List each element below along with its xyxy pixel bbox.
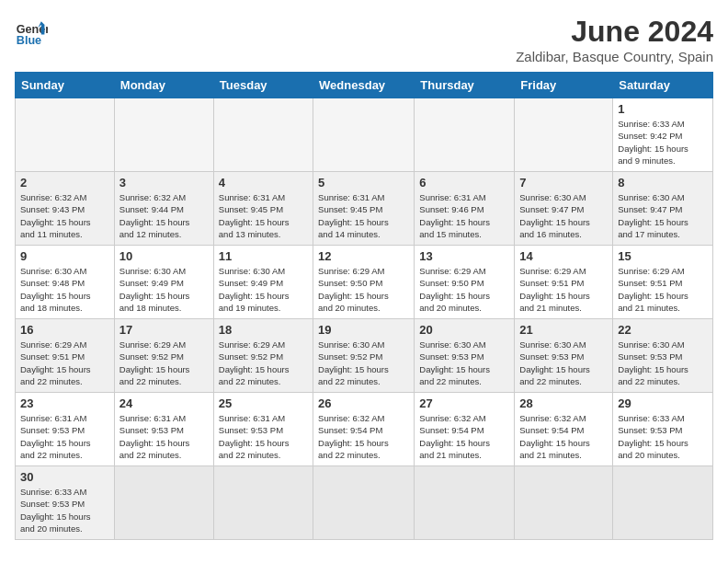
day-number: 8 — [618, 176, 708, 190]
day-number: 30 — [20, 470, 109, 484]
day-info: Sunrise: 6:33 AM Sunset: 9:53 PM Dayligh… — [20, 486, 109, 534]
calendar-cell — [313, 98, 415, 172]
day-info: Sunrise: 6:29 AM Sunset: 9:51 PM Dayligh… — [618, 265, 708, 314]
day-number: 17 — [119, 323, 209, 337]
calendar-cell: 13Sunrise: 6:29 AM Sunset: 9:50 PM Dayli… — [415, 246, 515, 319]
calendar-cell: 19Sunrise: 6:30 AM Sunset: 9:52 PM Dayli… — [313, 319, 415, 393]
day-number: 24 — [119, 396, 209, 410]
calendar-cell — [213, 466, 313, 540]
day-info: Sunrise: 6:32 AM Sunset: 9:54 PM Dayligh… — [318, 412, 409, 461]
day-info: Sunrise: 6:32 AM Sunset: 9:54 PM Dayligh… — [419, 412, 509, 461]
days-header-row: Sunday Monday Tuesday Wednesday Thursday… — [16, 73, 713, 98]
day-info: Sunrise: 6:32 AM Sunset: 9:44 PM Dayligh… — [119, 191, 209, 240]
day-info: Sunrise: 6:29 AM Sunset: 9:52 PM Dayligh… — [119, 339, 209, 387]
header-monday: Monday — [114, 73, 213, 98]
calendar-cell: 4Sunrise: 6:31 AM Sunset: 9:45 PM Daylig… — [213, 172, 313, 246]
week-row-4: 16Sunrise: 6:29 AM Sunset: 9:51 PM Dayli… — [16, 319, 713, 393]
calendar-cell — [16, 98, 115, 172]
day-number: 27 — [419, 396, 509, 410]
day-info: Sunrise: 6:30 AM Sunset: 9:49 PM Dayligh… — [119, 265, 209, 314]
calendar-cell — [114, 466, 213, 540]
calendar-cell: 16Sunrise: 6:29 AM Sunset: 9:51 PM Dayli… — [16, 319, 115, 393]
calendar-cell: 30Sunrise: 6:33 AM Sunset: 9:53 PM Dayli… — [16, 466, 115, 540]
calendar-cell — [415, 466, 515, 540]
day-number: 18 — [219, 323, 308, 337]
calendar-cell: 7Sunrise: 6:30 AM Sunset: 9:47 PM Daylig… — [515, 172, 613, 246]
day-number: 13 — [419, 249, 509, 263]
calendar-cell: 23Sunrise: 6:31 AM Sunset: 9:53 PM Dayli… — [16, 393, 115, 466]
day-info: Sunrise: 6:29 AM Sunset: 9:51 PM Dayligh… — [519, 265, 608, 314]
day-number: 25 — [219, 396, 308, 410]
title-area: June 2024 Zaldibar, Basque Country, Spai… — [516, 15, 713, 64]
logo: General Blue — [15, 15, 48, 48]
day-number: 20 — [419, 323, 509, 337]
calendar-cell — [613, 466, 713, 540]
day-info: Sunrise: 6:31 AM Sunset: 9:53 PM Dayligh… — [219, 412, 308, 461]
week-row-6: 30Sunrise: 6:33 AM Sunset: 9:53 PM Dayli… — [16, 466, 713, 540]
day-number: 10 — [119, 249, 209, 263]
header-tuesday: Tuesday — [213, 73, 313, 98]
calendar-cell: 10Sunrise: 6:30 AM Sunset: 9:49 PM Dayli… — [114, 246, 213, 319]
day-info: Sunrise: 6:31 AM Sunset: 9:53 PM Dayligh… — [119, 412, 209, 461]
calendar-cell: 26Sunrise: 6:32 AM Sunset: 9:54 PM Dayli… — [313, 393, 415, 466]
day-info: Sunrise: 6:29 AM Sunset: 9:51 PM Dayligh… — [20, 339, 109, 387]
calendar-cell: 22Sunrise: 6:30 AM Sunset: 9:53 PM Dayli… — [613, 319, 713, 393]
day-info: Sunrise: 6:33 AM Sunset: 9:53 PM Dayligh… — [618, 412, 708, 461]
calendar-cell — [515, 466, 613, 540]
calendar-cell — [515, 98, 613, 172]
day-info: Sunrise: 6:30 AM Sunset: 9:47 PM Dayligh… — [618, 191, 708, 240]
calendar-table: Sunday Monday Tuesday Wednesday Thursday… — [15, 72, 713, 540]
day-info: Sunrise: 6:30 AM Sunset: 9:48 PM Dayligh… — [20, 265, 109, 314]
calendar-cell: 28Sunrise: 6:32 AM Sunset: 9:54 PM Dayli… — [515, 393, 613, 466]
day-info: Sunrise: 6:31 AM Sunset: 9:45 PM Dayligh… — [318, 191, 409, 240]
logo-icon: General Blue — [15, 15, 48, 48]
week-row-5: 23Sunrise: 6:31 AM Sunset: 9:53 PM Dayli… — [16, 393, 713, 466]
day-info: Sunrise: 6:31 AM Sunset: 9:45 PM Dayligh… — [219, 191, 308, 240]
header-thursday: Thursday — [415, 73, 515, 98]
day-number: 19 — [318, 323, 409, 337]
day-number: 3 — [119, 176, 209, 190]
week-row-3: 9Sunrise: 6:30 AM Sunset: 9:48 PM Daylig… — [16, 246, 713, 319]
day-info: Sunrise: 6:33 AM Sunset: 9:42 PM Dayligh… — [618, 118, 708, 167]
day-number: 15 — [618, 249, 708, 263]
day-info: Sunrise: 6:30 AM Sunset: 9:53 PM Dayligh… — [519, 339, 608, 387]
calendar-cell: 29Sunrise: 6:33 AM Sunset: 9:53 PM Dayli… — [613, 393, 713, 466]
calendar-cell: 9Sunrise: 6:30 AM Sunset: 9:48 PM Daylig… — [16, 246, 115, 319]
calendar-cell: 20Sunrise: 6:30 AM Sunset: 9:53 PM Dayli… — [415, 319, 515, 393]
day-info: Sunrise: 6:31 AM Sunset: 9:46 PM Dayligh… — [419, 191, 509, 240]
month-title: June 2024 — [516, 15, 713, 49]
day-number: 4 — [219, 176, 308, 190]
week-row-1: 1Sunrise: 6:33 AM Sunset: 9:42 PM Daylig… — [16, 98, 713, 172]
day-number: 9 — [20, 249, 109, 263]
header-saturday: Saturday — [613, 73, 713, 98]
day-number: 11 — [219, 249, 308, 263]
day-number: 14 — [519, 249, 608, 263]
day-info: Sunrise: 6:30 AM Sunset: 9:52 PM Dayligh… — [318, 339, 409, 387]
calendar-cell — [114, 98, 213, 172]
day-info: Sunrise: 6:31 AM Sunset: 9:53 PM Dayligh… — [20, 412, 109, 461]
week-row-2: 2Sunrise: 6:32 AM Sunset: 9:43 PM Daylig… — [16, 172, 713, 246]
calendar-cell — [415, 98, 515, 172]
calendar-cell: 24Sunrise: 6:31 AM Sunset: 9:53 PM Dayli… — [114, 393, 213, 466]
day-number: 7 — [519, 176, 608, 190]
svg-text:Blue: Blue — [17, 34, 41, 47]
day-number: 16 — [20, 323, 109, 337]
day-info: Sunrise: 6:30 AM Sunset: 9:53 PM Dayligh… — [419, 339, 509, 387]
day-number: 6 — [419, 176, 509, 190]
calendar-cell: 18Sunrise: 6:29 AM Sunset: 9:52 PM Dayli… — [213, 319, 313, 393]
day-info: Sunrise: 6:29 AM Sunset: 9:52 PM Dayligh… — [219, 339, 308, 387]
calendar-cell: 14Sunrise: 6:29 AM Sunset: 9:51 PM Dayli… — [515, 246, 613, 319]
header-sunday: Sunday — [16, 73, 115, 98]
calendar-cell: 17Sunrise: 6:29 AM Sunset: 9:52 PM Dayli… — [114, 319, 213, 393]
day-info: Sunrise: 6:30 AM Sunset: 9:49 PM Dayligh… — [219, 265, 308, 314]
day-info: Sunrise: 6:32 AM Sunset: 9:43 PM Dayligh… — [20, 191, 109, 240]
day-number: 12 — [318, 249, 409, 263]
day-number: 29 — [618, 396, 708, 410]
calendar-cell: 12Sunrise: 6:29 AM Sunset: 9:50 PM Dayli… — [313, 246, 415, 319]
location-title: Zaldibar, Basque Country, Spain — [516, 49, 713, 64]
day-number: 23 — [20, 396, 109, 410]
calendar-cell: 15Sunrise: 6:29 AM Sunset: 9:51 PM Dayli… — [613, 246, 713, 319]
header: General Blue June 2024 Zaldibar, Basque … — [15, 15, 713, 64]
calendar-cell: 27Sunrise: 6:32 AM Sunset: 9:54 PM Dayli… — [415, 393, 515, 466]
day-info: Sunrise: 6:32 AM Sunset: 9:54 PM Dayligh… — [519, 412, 608, 461]
